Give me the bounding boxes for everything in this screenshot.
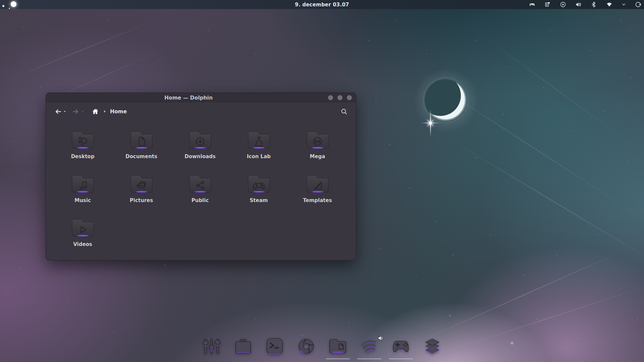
play-circle-icon[interactable]	[560, 1, 566, 8]
gamepad-folder-icon	[246, 173, 272, 195]
briefcase-icon	[233, 337, 253, 356]
folder-grid: Desktop Documents Downloads Icon Lab Meg…	[46, 120, 356, 260]
dock-browser[interactable]	[297, 336, 316, 359]
running-indicator	[357, 358, 381, 359]
dock-settings[interactable]	[202, 336, 221, 359]
music-folder-icon	[70, 173, 96, 195]
window-titlebar[interactable]: Home — Dolphin	[46, 93, 356, 103]
dock-steam[interactable]	[391, 336, 411, 359]
toolbar: Home	[46, 103, 356, 120]
dock-briefcase-app[interactable]	[233, 336, 253, 359]
light-streak	[458, 18, 644, 157]
controller-icon	[391, 337, 411, 356]
dolphin-window: Home — Dolphin Home Desktop	[46, 93, 356, 260]
window-title: Home — Dolphin	[46, 95, 331, 101]
terminal-icon	[265, 337, 284, 356]
sliders-icon	[202, 337, 221, 356]
gamepad-icon[interactable]	[529, 1, 535, 8]
crescent-moon	[425, 79, 466, 121]
folder-desktop[interactable]: Desktop	[53, 129, 112, 173]
image-folder-icon	[129, 173, 154, 195]
folder-icon	[328, 337, 347, 356]
ruler-folder-icon	[305, 173, 330, 195]
folder-label: Documents	[125, 154, 157, 160]
running-indicator	[326, 358, 350, 359]
light-streak	[407, 243, 640, 348]
download-folder-icon	[187, 129, 213, 151]
mega-folder-icon	[305, 129, 330, 151]
folder-label: Downloads	[184, 154, 216, 160]
maximize-button[interactable]	[337, 95, 342, 100]
folder-mega[interactable]: Mega	[288, 129, 347, 173]
folder-label: Mega	[310, 154, 325, 160]
chevron-down-icon[interactable]	[622, 2, 626, 7]
folder-documents[interactable]: Documents	[112, 129, 171, 173]
system-tray	[529, 0, 641, 9]
close-button[interactable]	[347, 95, 352, 100]
folder-label: Steam	[250, 197, 268, 203]
bluetooth-icon[interactable]	[591, 1, 597, 8]
light-streak	[435, 282, 644, 355]
folder-icon-lab[interactable]: Icon Lab	[229, 129, 288, 173]
window-controls	[328, 93, 352, 103]
folder-steam[interactable]: Steam	[229, 173, 288, 217]
desktop-folder-icon	[70, 129, 96, 151]
dock-layers[interactable]	[423, 336, 442, 359]
back-button[interactable]	[54, 108, 62, 116]
folder-videos[interactable]: Videos	[53, 217, 112, 260]
folder-music[interactable]: Music	[53, 173, 112, 217]
folder-downloads[interactable]: Downloads	[171, 129, 229, 173]
dock-terminal[interactable]	[265, 336, 284, 359]
folder-label: Templates	[303, 197, 332, 203]
folder-pictures[interactable]: Pictures	[112, 173, 171, 217]
clipboard-icon[interactable]	[544, 1, 551, 8]
folder-label: Videos	[73, 241, 92, 247]
minimize-button[interactable]	[328, 95, 333, 100]
spotify-waves-icon	[360, 337, 379, 356]
layers-icon	[423, 337, 442, 356]
dock-file-manager[interactable]	[328, 336, 347, 359]
home-icon[interactable]	[92, 108, 99, 115]
search-icon[interactable]	[340, 108, 348, 115]
speaker-badge-icon	[378, 335, 384, 341]
light-streak	[0, 15, 168, 86]
power-circle-icon[interactable]	[635, 1, 641, 8]
play-folder-icon	[70, 217, 96, 239]
document-folder-icon	[129, 129, 154, 151]
flask-folder-icon	[246, 129, 272, 151]
share-folder-icon	[187, 173, 213, 195]
top-panel: 9. december 03.07	[0, 0, 644, 9]
dock-spotify[interactable]	[360, 336, 379, 359]
folder-templates[interactable]: Templates	[288, 173, 347, 217]
folder-label: Desktop	[71, 154, 95, 160]
swirl-icon	[297, 337, 316, 356]
running-indicator	[389, 358, 413, 359]
forward-button[interactable]	[72, 108, 80, 116]
breadcrumb-separator-icon	[103, 110, 106, 113]
wifi-icon[interactable]	[606, 1, 612, 8]
folder-label: Music	[74, 197, 91, 203]
folder-label: Pictures	[130, 197, 153, 203]
dock	[202, 336, 442, 359]
speaker-icon[interactable]	[575, 1, 582, 8]
folder-public[interactable]: Public	[171, 173, 229, 217]
back-history-chevron-icon[interactable]	[63, 110, 66, 113]
folder-label: Icon Lab	[247, 154, 271, 160]
folder-label: Public	[192, 197, 209, 203]
forward-history-chevron-icon[interactable]	[81, 110, 84, 113]
breadcrumb-home[interactable]: Home	[110, 109, 127, 115]
